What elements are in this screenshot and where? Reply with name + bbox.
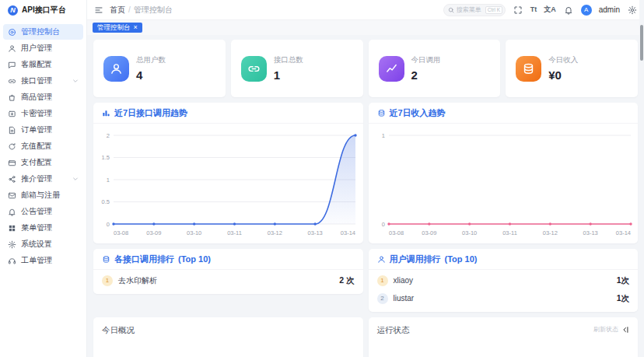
fullscreen-icon[interactable] [513, 5, 523, 16]
rank-count: 1次 [617, 293, 629, 304]
breadcrumb-home[interactable]: 首页 [110, 5, 125, 16]
mail-icon [8, 191, 16, 200]
translate-icon[interactable]: 文A [544, 6, 556, 13]
sidebar-item-1[interactable]: 用户管理 [3, 40, 83, 56]
headset-icon [8, 257, 16, 265]
breadcrumb-current: 管理控制台 [134, 5, 173, 16]
sidebar-item-7[interactable]: 充值配置 [3, 138, 83, 154]
breadcrumb-separator: / [128, 5, 131, 14]
svg-text:03-12: 03-12 [542, 229, 557, 236]
chat-icon [8, 61, 16, 69]
sidebar-item-label: 管理控制台 [21, 26, 60, 37]
svg-text:1.5: 1.5 [102, 154, 110, 161]
sidebar-item-label: 订单管理 [21, 124, 52, 135]
svg-text:03-09: 03-09 [146, 229, 161, 236]
dashboard-icon [8, 28, 16, 37]
search-input[interactable] [457, 6, 483, 13]
sidebar-item-label: 系统设置 [21, 239, 52, 250]
stat-value: ¥0 [548, 68, 578, 82]
sidebar-collapse-icon[interactable] [93, 5, 104, 16]
sidebar-item-label: 卡密管理 [21, 108, 52, 119]
link-stat-icon [241, 56, 267, 82]
svg-text:03-13: 03-13 [583, 229, 597, 236]
money-icon [377, 109, 386, 117]
rank-row: 1xliaoy1次 [377, 271, 630, 289]
rank-name: liustar [394, 294, 415, 303]
sidebar-item-label: 用户管理 [21, 43, 52, 54]
card-icon [8, 110, 16, 118]
rank-row: 1去水印解析2 次 [102, 271, 355, 289]
sidebar-item-label: 菜单管理 [21, 222, 52, 233]
sidebar-item-label: 邮箱与注册 [21, 190, 60, 201]
app-logo[interactable]: N API接口平台 [0, 0, 86, 20]
user-ranking-title: 用户调用排行 [390, 254, 441, 265]
app-title: API接口平台 [22, 5, 66, 16]
font-size-icon[interactable]: Tt [530, 6, 537, 13]
stat-label: 今日调用 [411, 55, 441, 65]
sidebar-item-4[interactable]: 商品管理 [3, 89, 83, 105]
grid-icon [8, 224, 16, 233]
svg-text:03-10: 03-10 [462, 229, 477, 236]
charts-row: 近7日接口调用趋势 00.511.5203-0803-0903-1003-110… [93, 103, 638, 243]
stat-card-2: 今日调用2 [369, 40, 501, 97]
sidebar-item-label: 接口管理 [21, 75, 52, 86]
sidebar-item-label: 商品管理 [21, 92, 52, 103]
settings-gear-icon[interactable] [627, 5, 638, 16]
tabbar: 管理控制台 × [87, 20, 644, 35]
stat-card-3: 今日收入¥0 [506, 40, 638, 97]
income-trend-title: 近7日收入趋势 [390, 107, 446, 119]
sidebar-item-label: 支付配置 [21, 157, 52, 168]
tab-dashboard[interactable]: 管理控制台 × [93, 23, 142, 33]
svg-text:2: 2 [107, 132, 110, 139]
sidebar-item-label: 工单管理 [21, 255, 52, 266]
chevron-down-icon [72, 78, 79, 84]
sidebar-item-2[interactable]: 客服配置 [3, 57, 83, 72]
avatar[interactable]: A [581, 5, 592, 16]
sidebar-item-label: 公告管理 [21, 206, 52, 217]
tab-label: 管理控制台 [97, 23, 131, 33]
sidebar-item-5[interactable]: 卡密管理 [3, 106, 83, 121]
sidebar-item-10[interactable]: 邮箱与注册 [3, 187, 83, 203]
stat-card-0: 总用户数4 [93, 40, 226, 97]
tab-close-icon[interactable]: × [134, 24, 138, 31]
svg-text:03-11: 03-11 [502, 229, 517, 236]
sidebar-item-14[interactable]: 工单管理 [3, 253, 83, 268]
sidebar-item-12[interactable]: 菜单管理 [3, 220, 83, 236]
breadcrumb: 首页 / 管理控制台 [110, 5, 173, 16]
rank-name: xliaoy [394, 276, 414, 285]
rank-row: 2liustar1次 [377, 289, 630, 307]
stat-label: 接口总数 [274, 55, 303, 65]
svg-text:03-09: 03-09 [422, 229, 436, 236]
svg-text:0: 0 [381, 221, 384, 228]
today-overview-card: 今日概况 [93, 317, 363, 357]
svg-text:03-11: 03-11 [227, 229, 242, 236]
svg-text:0: 0 [107, 221, 110, 228]
collapse-handle-icon[interactable] [621, 326, 629, 334]
rank-badge: 1 [377, 275, 388, 286]
svg-text:1: 1 [381, 132, 384, 139]
username[interactable]: admin [599, 5, 620, 14]
rank-count: 2 次 [339, 275, 354, 286]
sidebar-item-11[interactable]: 公告管理 [3, 204, 83, 219]
user-icon [377, 255, 386, 264]
sidebar-item-0[interactable]: 管理控制台 [3, 24, 83, 40]
sidebar-item-3[interactable]: 接口管理 [3, 73, 83, 89]
sidebar-item-13[interactable]: 系统设置 [3, 236, 83, 252]
svg-text:03-13: 03-13 [308, 229, 323, 236]
rank-badge: 2 [377, 293, 388, 304]
api-ranking-suffix: (Top 10) [178, 254, 211, 264]
calls-trend-title: 近7日接口调用趋势 [114, 107, 187, 119]
search-box[interactable]: Ctrl K [443, 4, 506, 16]
bar-chart-icon [102, 109, 110, 117]
sidebar-item-8[interactable]: 支付配置 [3, 155, 83, 170]
svg-text:0.5: 0.5 [102, 198, 110, 205]
scrollbar[interactable] [639, 0, 644, 357]
recharge-icon [8, 142, 16, 151]
refresh-status-link[interactable]: 刷新状态 [593, 325, 618, 334]
sidebar-item-6[interactable]: 订单管理 [3, 122, 83, 138]
sidebar-item-9[interactable]: 推介管理 [3, 171, 83, 187]
sidebar-item-label: 推介管理 [21, 173, 52, 184]
scrollbar-thumb[interactable] [640, 25, 643, 61]
calls-trend-card: 近7日接口调用趋势 00.511.5203-0803-0903-1003-110… [93, 103, 363, 243]
notification-bell-icon[interactable] [563, 5, 574, 16]
